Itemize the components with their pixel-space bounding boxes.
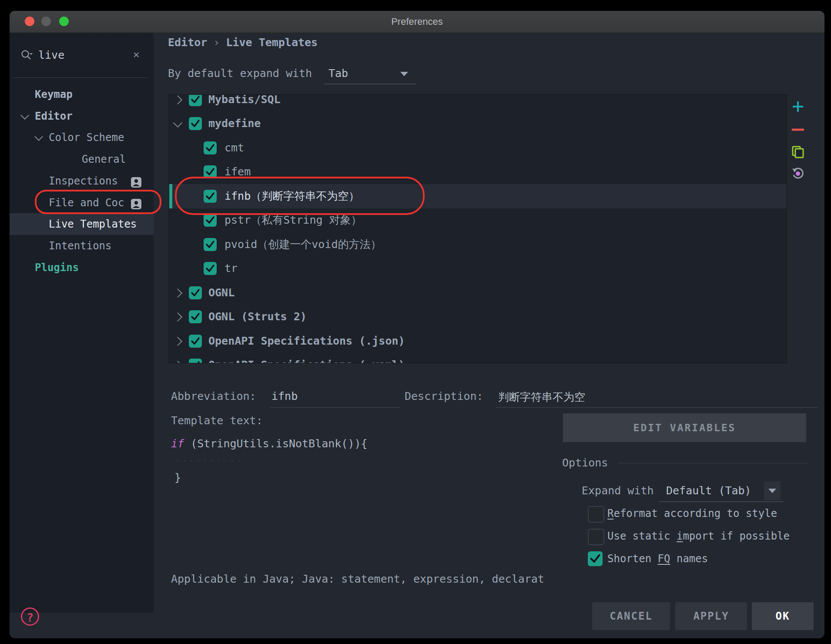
search-input[interactable]: live [38,49,64,61]
profile-icon [131,175,142,187]
template-code-line[interactable]: if (StringUtils.isNotBlank()){ [171,437,368,450]
restore-default-icon[interactable] [791,167,804,180]
description-label: Description: [405,390,483,402]
code-closing-brace[interactable]: } [174,471,181,484]
chevron-right-icon[interactable] [173,337,182,346]
sidebar-item-color-scheme[interactable]: Color Scheme [10,128,154,147]
option-checkbox[interactable] [588,551,603,566]
description-input[interactable]: 判断字符串不为空 [498,390,585,404]
ok-button[interactable]: OK [752,602,814,630]
template-row-openapi[interactable]: OpenAPI Specifications (.json) [169,329,787,353]
chevron-down-icon[interactable] [400,72,408,76]
description-underline [496,407,818,408]
options-section-title: Options [562,456,608,469]
option-checkbox[interactable] [588,506,604,523]
template-row-pstr[interactable]: pstr（私有String 对象） [169,208,787,232]
template-checkbox[interactable] [189,94,202,106]
template-checkbox[interactable] [204,190,217,203]
chevron-right-icon[interactable] [173,95,182,104]
template-checkbox[interactable] [204,165,217,178]
template-row-pvoid[interactable]: pvoid（创建一个void的方法） [169,232,787,257]
sidebar-item-intentions[interactable]: Intentions [10,237,154,255]
template-checkbox[interactable] [189,117,202,130]
chevron-right-icon[interactable] [173,288,182,298]
template-row-tr[interactable]: tr [169,256,787,281]
settings-sidebar: live ✕ KeymapEditorColor SchemeGeneralIn… [10,33,154,613]
template-checkbox[interactable] [204,262,217,275]
template-checkbox[interactable] [204,214,217,227]
template-label: OGNL [208,281,235,305]
add-icon[interactable] [791,100,804,113]
option-label: Reformat according to style [607,507,777,520]
applicable-contexts-text: Applicable in Java; Java: statement, exp… [171,573,544,585]
abbreviation-underline [270,407,400,408]
template-label: OGNL (Struts 2) [208,305,307,329]
chevron-right-icon[interactable] [173,361,182,363]
template-label: cmt [225,136,244,160]
template-checkbox[interactable] [204,238,217,251]
template-row-ifem[interactable]: ifem [169,160,787,184]
apply-button[interactable]: APPLY [675,602,747,630]
sidebar-item-label: Editor [35,107,73,125]
template-row-mydefine[interactable]: mydefine [169,111,787,136]
title-bar: Preferences [10,11,824,33]
template-row-ognl[interactable]: OGNL [169,281,787,305]
duplicate-icon[interactable] [791,145,804,158]
chevron-right-icon[interactable] [173,312,182,322]
sidebar-item-general[interactable]: General [10,150,154,168]
sidebar-item-label: Keymap [35,85,73,104]
option-row-r[interactable]: Reformat according to style [588,506,824,521]
cancel-button[interactable]: CANCEL [592,602,670,630]
abbreviation-input[interactable]: ifnb [271,390,298,402]
template-row-cmt[interactable]: cmt [169,136,787,160]
expand-with-dropdown[interactable]: Default (Tab) [666,484,751,497]
option-checkbox[interactable] [588,529,604,545]
default-expand-dropdown[interactable]: Tab [328,67,348,80]
chevron-down-icon[interactable] [34,132,43,141]
expand-with-arrow-button[interactable] [764,481,781,500]
template-checkbox[interactable] [204,141,217,154]
search-icon [20,49,33,62]
template-checkbox[interactable] [189,310,202,323]
code-keyword: if [171,437,184,450]
template-row-openapi[interactable]: OpenAPI Specifications (.yaml) [169,353,787,363]
code-whitespace-dots: ·········· [176,456,244,465]
sidebar-item-file-and-coc[interactable]: File and Coc [10,194,154,212]
sidebar-item-label: General [82,150,126,168]
template-row-mybatis-sql[interactable]: Mybatis/SQL [169,94,787,112]
template-checkbox[interactable] [189,286,202,299]
screenshot-canvas: Preferences live ✕ KeymapEditorColor Sch… [0,0,831,644]
default-expand-underline [324,84,416,84]
sidebar-item-keymap[interactable]: Keymap [10,85,154,104]
option-row-i[interactable]: Use static import if possible [588,529,824,543]
option-label: Use static import if possible [607,530,790,542]
template-row-ifnb[interactable]: ifnb（判断字符串不为空） [169,184,787,208]
chevron-down-icon[interactable] [20,111,29,120]
template-label: ifem [225,160,251,184]
sidebar-item-live-templates[interactable]: Live Templates [10,215,154,233]
help-icon[interactable]: ? [21,607,39,626]
template-text-label: Template text: [171,414,263,427]
sidebar-item-inspections[interactable]: Inspections [10,172,154,190]
template-label: OpenAPI Specifications (.json) [208,329,405,353]
chevron-down-icon[interactable] [173,118,182,127]
breadcrumb: Editor›Live Templates [168,36,318,49]
search-field[interactable]: live ✕ [10,48,154,64]
breadcrumb-separator: › [207,36,226,49]
search-clear-icon[interactable]: ✕ [133,48,139,60]
default-expand-label: By default expand with [168,67,312,80]
remove-icon[interactable] [791,123,804,136]
sidebar-item-editor[interactable]: Editor [10,107,154,125]
template-checkbox[interactable] [189,359,202,363]
edit-variables-button[interactable]: EDIT VARIABLES [563,413,806,442]
option-row-fq[interactable]: Shorten FQ names [588,551,824,566]
sidebar-item-label: Inspections [49,172,118,190]
selection-accent-bar [169,184,172,208]
template-label: tr [225,256,238,281]
sidebar-item-plugins[interactable]: Plugins [10,258,154,277]
expand-with-underline [659,501,784,502]
breadcrumb-editor[interactable]: Editor [168,36,207,49]
option-label: Shorten FQ names [607,553,708,565]
template-checkbox[interactable] [189,335,202,348]
template-row-ognl[interactable]: OGNL (Struts 2) [169,305,787,329]
